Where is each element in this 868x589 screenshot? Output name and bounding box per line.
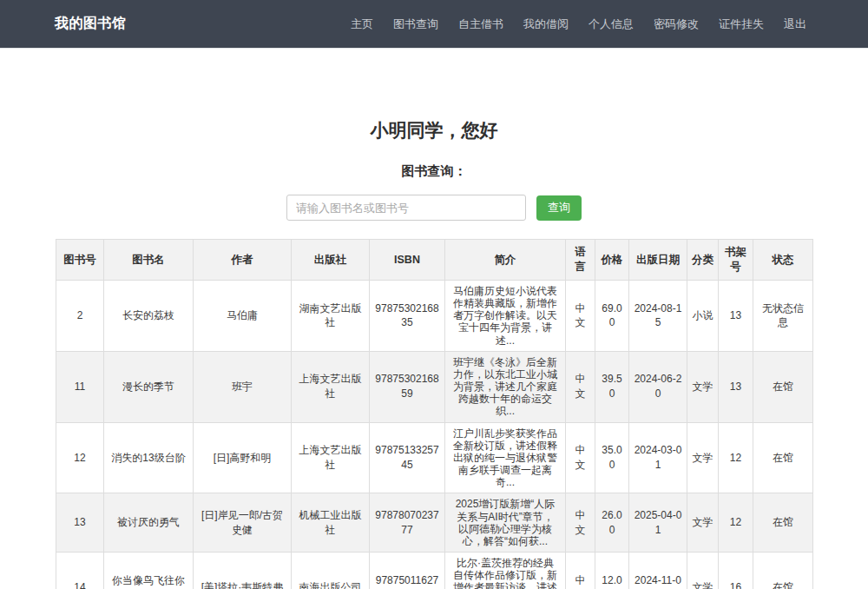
search-row: 查询 (56, 195, 812, 221)
cell-publish-date: 2024-03-01 (629, 422, 687, 493)
table-row: 11漫长的季节班宇上海文艺出版社9787530216859班宇继《冬泳》后全新力… (56, 351, 813, 422)
cell-price: 12.00 (595, 552, 629, 589)
cell-book-id: 14 (56, 552, 104, 589)
main-content: 小明同学，您好 图书查询： 查询 图书号图书名作者出版社ISBN简介语言价格出版… (56, 118, 812, 589)
cell-price: 39.50 (595, 351, 629, 422)
nav-link-logout[interactable]: 退出 (777, 11, 813, 37)
col-header-author: 作者 (194, 240, 292, 281)
cell-book-id: 11 (56, 351, 104, 422)
cell-publisher: 机械工业出版社 (292, 493, 370, 553)
navbar: 我的图书馆 主页图书查询自主借书我的借阅个人信息密码修改证件挂失退出 (0, 0, 868, 49)
cell-category: 文学 (687, 552, 719, 589)
cell-language: 中文 (566, 493, 595, 553)
cell-publish-date: 2024-06-20 (629, 351, 687, 422)
search-section-label: 图书查询： (56, 163, 812, 180)
col-header-price: 价格 (595, 240, 629, 281)
book-table: 图书号图书名作者出版社ISBN简介语言价格出版日期分类书架号状态 2长安的荔枝马… (56, 239, 813, 589)
cell-author: [日]岸见一郎/古贺史健 (194, 493, 292, 553)
cell-category: 小说 (687, 281, 719, 352)
cell-status: 在馆 (753, 351, 813, 422)
book-table-body: 2长安的荔枝马伯庸湖南文艺出版社9787530216835马伯庸历史短小说代表作… (56, 281, 813, 589)
cell-status: 在馆 (753, 552, 813, 589)
nav-link-report-card-loss[interactable]: 证件挂失 (712, 11, 771, 37)
cell-isbn: 9787807023777 (370, 493, 445, 553)
nav-link-self-borrow[interactable]: 自主借书 (451, 11, 510, 37)
nav-link-my-borrowings[interactable]: 我的借阅 (516, 11, 575, 37)
cell-book-id: 2 (56, 281, 104, 352)
col-header-title: 图书名 (104, 240, 194, 281)
table-row: 2长安的荔枝马伯庸湖南文艺出版社9787530216835马伯庸历史短小说代表作… (56, 281, 813, 352)
cell-publish-date: 2024-08-15 (629, 281, 687, 352)
col-header-status: 状态 (753, 240, 813, 281)
cell-language: 中文 (566, 281, 595, 352)
greeting-text: 小明同学，您好 (56, 118, 812, 142)
cell-title: 被讨厌的勇气 (104, 493, 194, 553)
cell-summary: 江户川乱步奖获奖作品全新校订版，讲述假释出狱的纯一与退休狱警南乡联手调查一起离奇… (445, 422, 566, 493)
nav-link-profile[interactable]: 个人信息 (582, 11, 641, 37)
cell-language: 中文 (566, 351, 595, 422)
cell-book-id: 13 (56, 493, 104, 553)
col-header-category: 分类 (687, 240, 719, 281)
cell-category: 文学 (687, 351, 719, 422)
cell-price: 35.00 (595, 422, 629, 493)
cell-isbn: 9787530216835 (370, 281, 445, 352)
col-header-publisher: 出版社 (292, 240, 370, 281)
cell-status: 在馆 (753, 493, 813, 553)
nav-link-book-search[interactable]: 图书查询 (386, 11, 445, 37)
cell-publisher: 湖南文艺出版社 (292, 281, 370, 352)
cell-title: 长安的荔枝 (104, 281, 194, 352)
cell-language: 中文 (566, 422, 595, 493)
cell-title: 消失的13级台阶 (104, 422, 194, 493)
cell-price: 69.00 (595, 281, 629, 352)
cell-shelf-no: 12 (719, 422, 753, 493)
cell-shelf-no: 13 (719, 351, 753, 422)
col-header-isbn: ISBN (370, 240, 445, 281)
cell-shelf-no: 16 (719, 552, 753, 589)
col-header-shelf-no: 书架号 (719, 240, 753, 281)
cell-category: 文学 (687, 422, 719, 493)
nav-link-home[interactable]: 主页 (344, 11, 380, 37)
cell-summary: 比尔·盖茨推荐的经典自传体作品修订版，新增作者最新访谈。讲述作者从大山里的封闭家… (445, 552, 566, 589)
col-header-language: 语言 (566, 240, 595, 281)
cell-shelf-no: 13 (719, 281, 753, 352)
table-header-row: 图书号图书名作者出版社ISBN简介语言价格出版日期分类书架号状态 (56, 240, 813, 281)
cell-publish-date: 2025-04-01 (629, 493, 687, 553)
cell-language: 中文 (566, 552, 595, 589)
cell-author: 马伯庸 (194, 281, 292, 352)
col-header-book-id: 图书号 (56, 240, 104, 281)
cell-isbn: 9787501162734 (370, 552, 445, 589)
cell-summary: 马伯庸历史短小说代表作精装典藏版，新增作者万字创作解读。以天宝十四年为背景，讲述… (445, 281, 566, 352)
cell-summary: 班宇继《冬泳》后全新力作，以东北工业小城为背景，讲述几个家庭跨越数十年的命运交织… (445, 351, 566, 422)
search-button[interactable]: 查询 (536, 195, 582, 221)
cell-book-id: 12 (56, 422, 104, 493)
col-header-summary: 简介 (445, 240, 566, 281)
cell-publisher: 上海文艺出版社 (292, 422, 370, 493)
cell-price: 26.00 (595, 493, 629, 553)
nav-links: 主页图书查询自主借书我的借阅个人信息密码修改证件挂失退出 (338, 11, 813, 37)
cell-status: 无状态信息 (753, 281, 813, 352)
cell-title: 你当像鸟飞往你的山 (104, 552, 194, 589)
search-input[interactable] (286, 195, 526, 221)
cell-publisher: 南海出版公司 (292, 552, 370, 589)
col-header-publish-date: 出版日期 (629, 240, 687, 281)
table-row: 13被讨厌的勇气[日]岸见一郎/古贺史健机械工业出版社9787807023777… (56, 493, 813, 553)
cell-title: 漫长的季节 (104, 351, 194, 422)
cell-shelf-no: 12 (719, 493, 753, 553)
table-row: 12消失的13级台阶[日]高野和明上海文艺出版社9787513325745江户川… (56, 422, 813, 493)
app-title[interactable]: 我的图书馆 (55, 15, 127, 33)
cell-author: [日]高野和明 (194, 422, 292, 493)
cell-isbn: 9787530216859 (370, 351, 445, 422)
cell-author: 班宇 (194, 351, 292, 422)
cell-publisher: 上海文艺出版社 (292, 351, 370, 422)
cell-author: [美]塔拉·韦斯特弗 (194, 552, 292, 589)
cell-summary: 2025增订版新增“人际关系与AI时代”章节，以阿德勒心理学为核心，解答“如何获… (445, 493, 566, 553)
cell-category: 文学 (687, 493, 719, 553)
nav-link-change-password[interactable]: 密码修改 (647, 11, 706, 37)
cell-publish-date: 2024-11-01 (629, 552, 687, 589)
cell-isbn: 9787513325745 (370, 422, 445, 493)
cell-status: 在馆 (753, 422, 813, 493)
table-row: 14你当像鸟飞往你的山[美]塔拉·韦斯特弗南海出版公司9787501162734… (56, 552, 813, 589)
